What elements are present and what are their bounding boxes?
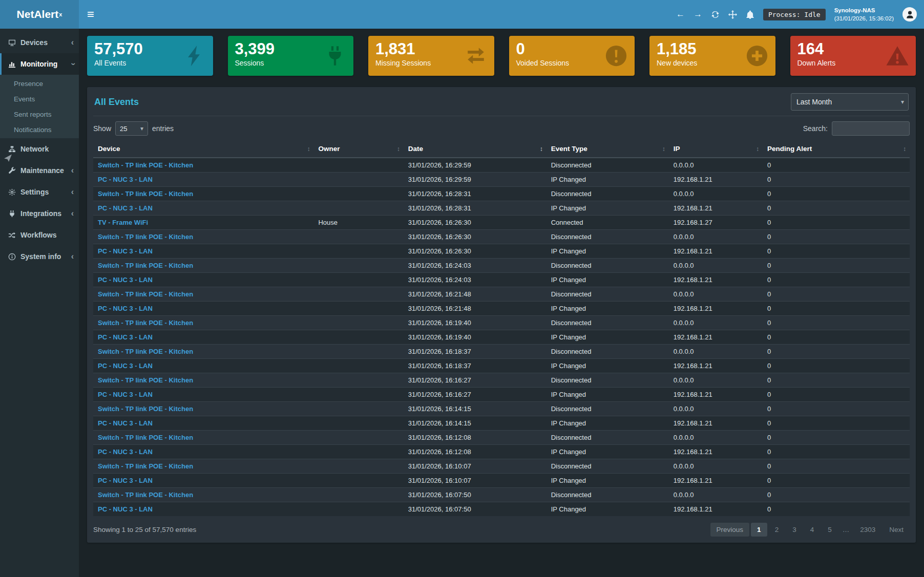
device-link[interactable]: Switch - TP link POE - Kitchen [98, 262, 193, 269]
device-link[interactable]: Switch - TP link POE - Kitchen [98, 434, 193, 441]
sidebar-item-workflows[interactable]: Workflows [0, 224, 79, 246]
card-down-alerts[interactable]: 164 Down Alerts [790, 36, 916, 76]
cell-pending-alert: 0 [763, 216, 910, 230]
user-avatar[interactable] [902, 7, 917, 22]
column-header-owner[interactable]: Owner↕ [313, 140, 403, 158]
device-link[interactable]: Switch - TP link POE - Kitchen [98, 161, 193, 169]
device-link[interactable]: Switch - TP link POE - Kitchen [98, 491, 193, 499]
device-link[interactable]: Switch - TP link POE - Kitchen [98, 348, 193, 355]
back-button[interactable]: ← [676, 9, 685, 19]
laptop-icon [8, 39, 16, 47]
device-link[interactable]: PC - NUC 3 - LAN [98, 305, 153, 312]
device-link[interactable]: Switch - TP link POE - Kitchen [98, 290, 193, 298]
pagination-page-4[interactable]: 4 [804, 523, 821, 537]
period-select[interactable]: Last Month [791, 93, 909, 111]
device-link[interactable]: Switch - TP link POE - Kitchen [98, 233, 193, 241]
cell-ip: 192.168.1.21 [669, 388, 763, 402]
move-button[interactable] [728, 10, 737, 19]
sidebar-item-monitoring[interactable]: Monitoring ‹ [0, 53, 79, 75]
cell-date: 31/01/2026, 16:21:48 [404, 302, 547, 316]
pagination-previous[interactable]: Previous [710, 523, 750, 537]
device-link[interactable]: PC - NUC 3 - LAN [98, 247, 153, 255]
sidebar-item-sent-reports[interactable]: Sent reports [0, 106, 79, 122]
pagination-page-5[interactable]: 5 [822, 523, 838, 537]
sidebar-item-integrations[interactable]: Integrations ‹ [0, 203, 79, 224]
device-link[interactable]: Switch - TP link POE - Kitchen [98, 190, 193, 198]
sidebar-item-label: Integrations [20, 209, 67, 218]
card-new-devices[interactable]: 1,185 New devices [649, 36, 775, 76]
cell-event-type: IP Changed [547, 359, 669, 373]
forward-button[interactable]: → [694, 9, 702, 19]
sidebar-item-label: Settings [20, 188, 67, 196]
move-icon [728, 10, 737, 19]
device-link[interactable]: Switch - TP link POE - Kitchen [98, 462, 193, 470]
table-row: Switch - TP link POE - Kitchen31/01/2026… [93, 230, 910, 244]
app-logo[interactable]: NetAlertx [0, 0, 79, 29]
cell-ip: 192.168.1.27 [669, 216, 763, 230]
column-header-pending-alert[interactable]: Pending Alert↕ [763, 140, 910, 158]
card-missing-sessions[interactable]: 1,831 Missing Sessions [368, 36, 494, 76]
card-all-events[interactable]: 57,570 All Events [87, 36, 213, 76]
device-link[interactable]: PC - NUC 3 - LAN [98, 276, 153, 284]
cell-ip: 192.168.1.21 [669, 302, 763, 316]
card-voided-sessions[interactable]: 0 Voided Sessions [509, 36, 635, 76]
cell-owner: House [313, 216, 403, 230]
table-row: Switch - TP link POE - Kitchen31/01/2026… [93, 373, 910, 388]
cell-pending-alert: 0 [763, 244, 910, 259]
sidebar-item-presence[interactable]: Presence [0, 76, 79, 91]
pagination-next[interactable]: Next [883, 523, 910, 537]
sidebar-item-devices[interactable]: Devices ‹ [0, 32, 79, 53]
cell-date: 31/01/2026, 16:12:08 [404, 431, 547, 445]
column-header-event-type[interactable]: Event Type↕ [547, 140, 669, 158]
device-link[interactable]: Switch - TP link POE - Kitchen [98, 405, 193, 413]
cell-device: Switch - TP link POE - Kitchen [93, 158, 313, 173]
table-row: Switch - TP link POE - Kitchen31/01/2026… [93, 459, 910, 474]
search-input[interactable] [832, 121, 910, 136]
card-sessions[interactable]: 3,399 Sessions [228, 36, 354, 76]
pagination-page-2303[interactable]: 2303 [854, 523, 881, 537]
cell-ip: 192.168.1.21 [669, 445, 763, 459]
cell-event-type: IP Changed [547, 173, 669, 187]
sidebar-item-events[interactable]: Events [0, 91, 79, 106]
column-header-date[interactable]: Date↕ [404, 140, 547, 158]
cell-device: PC - NUC 3 - LAN [93, 474, 313, 488]
device-link[interactable]: PC - NUC 3 - LAN [98, 362, 153, 370]
column-header-device[interactable]: Device↕ [93, 140, 313, 158]
cell-owner [313, 187, 403, 201]
sidebar-toggle-button[interactable]: ≡ [79, 0, 102, 29]
sidebar-item-maintenance[interactable]: Maintenance ‹ [0, 160, 79, 181]
page-length-select[interactable]: 25 [115, 121, 148, 136]
device-link[interactable]: PC - NUC 3 - LAN [98, 448, 153, 456]
cell-owner [313, 459, 403, 474]
notifications-button[interactable] [746, 10, 754, 19]
cell-event-type: Disconnected [547, 259, 669, 273]
sidebar-item-settings[interactable]: Settings ‹ [0, 181, 79, 203]
column-header-ip[interactable]: IP↕ [669, 140, 763, 158]
device-link[interactable]: Switch - TP link POE - Kitchen [98, 319, 193, 327]
sidebar-item-label: Devices [20, 38, 67, 47]
device-link[interactable]: PC - NUC 3 - LAN [98, 333, 153, 341]
cell-pending-alert: 0 [763, 173, 910, 187]
device-link[interactable]: Switch - TP link POE - Kitchen [98, 376, 193, 384]
device-link[interactable]: PC - NUC 3 - LAN [98, 477, 153, 484]
sidebar-item-system-info[interactable]: System info ‹ [0, 246, 79, 267]
device-link[interactable]: PC - NUC 3 - LAN [98, 505, 153, 513]
device-link[interactable]: PC - NUC 3 - LAN [98, 176, 153, 183]
pagination-page-3[interactable]: 3 [786, 523, 803, 537]
device-link[interactable]: TV - Frame WiFi [98, 219, 148, 226]
entries-label: entries [152, 124, 174, 133]
pagination-page-2[interactable]: 2 [769, 523, 785, 537]
sidebar-item-notifications[interactable]: Notifications [0, 122, 79, 137]
cell-device: Switch - TP link POE - Kitchen [93, 187, 313, 201]
cell-device: PC - NUC 3 - LAN [93, 244, 313, 259]
show-label: Show [93, 124, 111, 133]
refresh-button[interactable] [711, 10, 720, 19]
device-link[interactable]: PC - NUC 3 - LAN [98, 419, 153, 427]
cell-date: 31/01/2026, 16:24:03 [404, 273, 547, 287]
device-link[interactable]: PC - NUC 3 - LAN [98, 204, 153, 212]
cell-owner [313, 316, 403, 330]
pagination-page-1[interactable]: 1 [751, 523, 767, 537]
cell-event-type: Disconnected [547, 402, 669, 416]
device-link[interactable]: PC - NUC 3 - LAN [98, 391, 153, 398]
cell-owner [313, 345, 403, 359]
